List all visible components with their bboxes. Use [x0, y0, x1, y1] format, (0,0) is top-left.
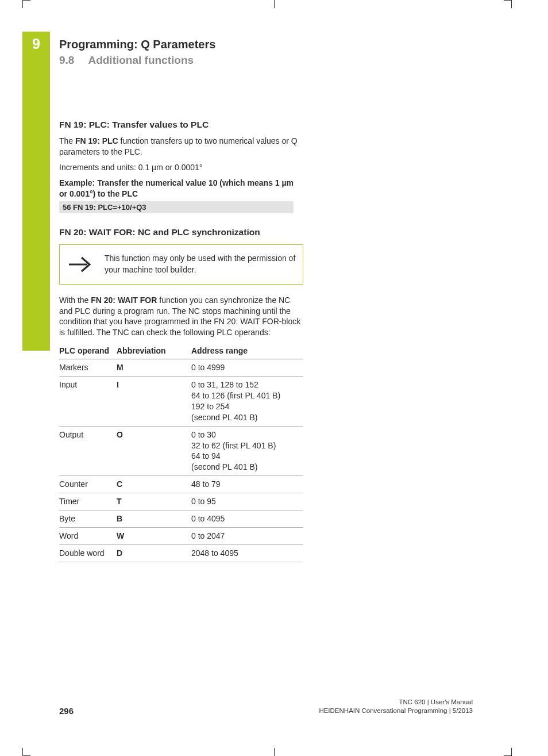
- cell-operand: Counter: [59, 476, 117, 493]
- chapter-title: Programming: Q Parameters: [59, 38, 473, 51]
- cell-range: 0 to 95: [191, 493, 303, 511]
- cell-abbr: O: [117, 426, 191, 476]
- table-row: MarkersM0 to 4999: [59, 359, 303, 377]
- crop-mark: [504, 0, 512, 8]
- cell-abbr: M: [117, 359, 191, 377]
- note-text: This function may only be used with the …: [105, 253, 296, 275]
- cell-range: 0 to 3032 to 62 (first PL 401 B)64 to 94…: [191, 426, 303, 476]
- text-bold: FN 20: WAIT FOR: [91, 296, 157, 305]
- cell-range: 0 to 2047: [191, 527, 303, 544]
- section-heading: 9.8Additional functions: [59, 54, 473, 67]
- fn19-example-label: Example: Transfer the numerical value 10…: [59, 178, 303, 199]
- th-range: Address range: [191, 343, 303, 359]
- cell-abbr: W: [117, 527, 191, 544]
- footer-line1: TNC 620 | User's Manual: [319, 698, 473, 707]
- crop-mark: [22, 748, 30, 756]
- fn20-desc: With the FN 20: WAIT FOR function you ca…: [59, 295, 303, 339]
- fn20-heading: FN 20: WAIT FOR: NC and PLC synchronizat…: [59, 227, 303, 237]
- cell-range: 0 to 4095: [191, 511, 303, 528]
- cell-abbr: T: [117, 493, 191, 511]
- cell-abbr: B: [117, 511, 191, 528]
- cell-range: 0 to 4999: [191, 359, 303, 377]
- cell-range: 48 to 79: [191, 476, 303, 493]
- cell-operand: Word: [59, 527, 117, 544]
- crop-mark: [274, 748, 275, 756]
- table-row: OutputO0 to 3032 to 62 (first PL 401 B)6…: [59, 426, 303, 476]
- cell-abbr: I: [117, 377, 191, 427]
- cell-operand: Input: [59, 377, 117, 427]
- section-number: 9.8: [59, 54, 74, 66]
- table-row: InputI0 to 31, 128 to 15264 to 126 (firs…: [59, 377, 303, 427]
- table-row: TimerT0 to 95: [59, 493, 303, 511]
- crop-mark: [504, 748, 512, 756]
- section-title: Additional functions: [88, 54, 194, 66]
- fn19-code: 56 FN 19: PLC=+10/+Q3: [59, 201, 294, 213]
- cell-operand: Markers: [59, 359, 117, 377]
- cell-abbr: D: [117, 544, 191, 562]
- text: The: [59, 136, 75, 145]
- fn19-heading: FN 19: PLC: Transfer values to PLC: [59, 120, 303, 130]
- cell-operand: Timer: [59, 493, 117, 511]
- crop-mark: [22, 0, 30, 8]
- note-box: This function may only be used with the …: [59, 244, 303, 284]
- cell-range: 2048 to 4095: [191, 544, 303, 562]
- page-footer: 296 TNC 620 | User's Manual HEIDENHAIN C…: [59, 698, 473, 716]
- fn19-intro: The FN 19: PLC function transfers up to …: [59, 136, 303, 158]
- text-bold: FN 19: PLC: [75, 136, 118, 145]
- table-row: CounterC48 to 79: [59, 476, 303, 493]
- table-row: Double wordD2048 to 4095: [59, 544, 303, 562]
- page-content: Programming: Q Parameters 9.8Additional …: [59, 38, 473, 562]
- chapter-accent: [22, 32, 50, 351]
- cell-range: 0 to 31, 128 to 15264 to 126 (first PL 4…: [191, 377, 303, 427]
- footer-meta: TNC 620 | User's Manual HEIDENHAIN Conve…: [319, 698, 473, 716]
- cell-abbr: C: [117, 476, 191, 493]
- page-number: 296: [59, 706, 74, 716]
- cell-operand: Output: [59, 426, 117, 476]
- cell-operand: Byte: [59, 511, 117, 528]
- operands-table: PLC operand Abbreviation Address range M…: [59, 343, 303, 562]
- crop-mark: [274, 0, 275, 8]
- arrow-right-icon: [67, 254, 94, 275]
- footer-line2: HEIDENHAIN Conversational Programming | …: [319, 707, 473, 716]
- table-row: ByteB0 to 4095: [59, 511, 303, 528]
- th-operand: PLC operand: [59, 343, 117, 359]
- table-row: WordW0 to 2047: [59, 527, 303, 544]
- th-abbr: Abbreviation: [117, 343, 191, 359]
- chapter-number: 9: [22, 36, 50, 52]
- cell-operand: Double word: [59, 544, 117, 562]
- fn19-increments: Increments and units: 0.1 µm or 0.0001°: [59, 162, 303, 173]
- text: With the: [59, 296, 91, 305]
